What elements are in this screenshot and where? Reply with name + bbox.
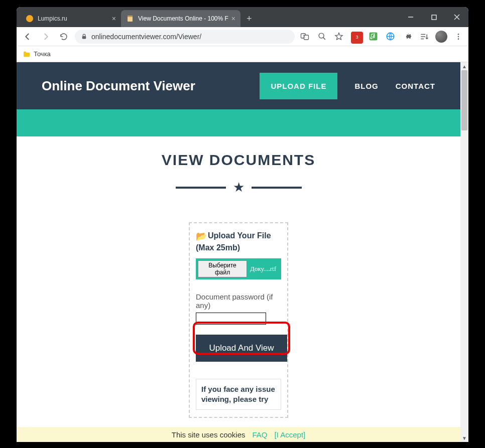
globe-extension-icon[interactable] — [384, 31, 396, 43]
scroll-up-arrow[interactable]: ▲ — [460, 62, 468, 70]
tab-title: Lumpics.ru — [38, 15, 109, 22]
scroll-down-arrow[interactable]: ▼ — [460, 434, 468, 442]
password-label: Document password (if any) — [196, 292, 281, 310]
folder-icon — [23, 50, 31, 58]
svg-rect-4 — [432, 15, 436, 20]
toolbar: onlinedocumentviewer.com/Viewer/ 文 3 — [17, 27, 468, 46]
site-title: Online Document Viewer — [42, 78, 195, 94]
vertical-scrollbar[interactable]: ▲ ▼ — [460, 62, 468, 442]
upload-and-view-button[interactable]: Upload And View — [196, 335, 287, 362]
bookmark-bar: Точка — [17, 46, 468, 62]
svg-point-0 — [26, 15, 33, 22]
svg-line-12 — [323, 38, 325, 40]
address-bar[interactable]: onlinedocumentviewer.com/Viewer/ — [75, 30, 295, 44]
svg-point-18 — [458, 36, 459, 37]
close-window-button[interactable] — [445, 7, 468, 27]
file-input-wrap[interactable]: Выберите файл Доку....rtf — [196, 258, 281, 279]
divider-line — [176, 187, 226, 189]
heading-divider: ★ — [17, 180, 460, 195]
tab-viewer[interactable]: View Documents Online - 100% F × — [121, 10, 240, 27]
upload-label: 📂Upload Your File (Max 25mb) — [196, 230, 281, 253]
cookie-accept-link[interactable]: [I Accept] — [275, 430, 306, 439]
back-button[interactable] — [21, 30, 35, 44]
opera-extension-icon[interactable]: 3 — [350, 31, 362, 43]
upload-card: 📂Upload Your File (Max 25mb) Выберите фа… — [189, 222, 288, 418]
tab-title: View Documents Online - 100% F — [138, 15, 228, 22]
profile-avatar[interactable] — [435, 31, 447, 43]
scrollbar-thumb[interactable] — [461, 70, 467, 130]
favicon-viewer — [126, 15, 134, 23]
divider-line — [252, 187, 302, 189]
maximize-button[interactable] — [422, 7, 445, 27]
toolbar-icons: 文 3 — [299, 31, 464, 43]
close-icon[interactable]: × — [112, 15, 116, 23]
svg-point-19 — [458, 38, 459, 40]
menu-icon[interactable] — [452, 31, 464, 43]
titlebar: Lumpics.ru × View Documents Online - 100… — [17, 7, 468, 27]
password-input[interactable] — [196, 313, 266, 325]
chrome-window: Lumpics.ru × View Documents Online - 100… — [17, 7, 468, 442]
favicon-lumpics — [26, 15, 34, 23]
site-nav: UPLOAD FILE BLOG CONTACT — [260, 73, 435, 99]
badge-count: 3 — [351, 32, 363, 44]
svg-point-17 — [458, 34, 459, 35]
minimize-button[interactable] — [399, 7, 422, 27]
close-icon[interactable]: × — [231, 15, 235, 23]
lock-icon — [81, 33, 87, 40]
bookmark-star-icon[interactable] — [333, 31, 345, 43]
reading-list-icon[interactable] — [418, 31, 430, 43]
url-text: onlinedocumentviewer.com/Viewer/ — [91, 33, 201, 41]
cookie-faq-link[interactable]: FAQ — [253, 430, 268, 439]
tab-strip: Lumpics.ru × View Documents Online - 100… — [21, 10, 258, 27]
music-extension-icon[interactable] — [367, 31, 379, 43]
bookmark-item[interactable]: Точка — [34, 50, 51, 58]
extensions-icon[interactable] — [401, 31, 413, 43]
svg-rect-2 — [128, 16, 133, 17]
issue-notice: If you face any issue viewing, please tr… — [196, 379, 281, 410]
nav-upload-file[interactable]: UPLOAD FILE — [260, 73, 337, 99]
page-heading: VIEW DOCUMENTS — [17, 152, 460, 169]
tab-lumpics[interactable]: Lumpics.ru × — [21, 10, 121, 27]
cookie-bar: This site uses cookies FAQ [I Accept] — [17, 427, 460, 442]
main-section: VIEW DOCUMENTS ★ 📂Upload Your File (Max … — [17, 136, 460, 418]
zoom-icon[interactable] — [316, 31, 328, 43]
svg-rect-7 — [82, 36, 86, 39]
page-content: Online Document Viewer UPLOAD FILE BLOG … — [17, 62, 460, 442]
choose-file-button[interactable]: Выберите файл — [198, 260, 247, 277]
nav-contact[interactable]: CONTACT — [396, 82, 435, 90]
site-header: Online Document Viewer UPLOAD FILE BLOG … — [17, 62, 460, 109]
cookie-text: This site uses cookies — [172, 430, 246, 439]
window-controls — [399, 7, 468, 27]
green-stripe — [17, 109, 460, 136]
viewport: Online Document Viewer UPLOAD FILE BLOG … — [17, 62, 468, 442]
translate-icon[interactable]: 文 — [299, 31, 311, 43]
selected-filename: Доку....rtf — [247, 265, 279, 273]
new-tab-button[interactable]: + — [240, 14, 258, 24]
forward-button[interactable] — [39, 30, 53, 44]
reload-button[interactable] — [57, 30, 71, 44]
svg-point-11 — [319, 33, 324, 38]
svg-text:文: 文 — [303, 34, 306, 37]
nav-blog[interactable]: BLOG — [354, 82, 378, 90]
star-icon: ★ — [233, 180, 245, 195]
folder-upload-icon: 📂 — [196, 230, 207, 242]
